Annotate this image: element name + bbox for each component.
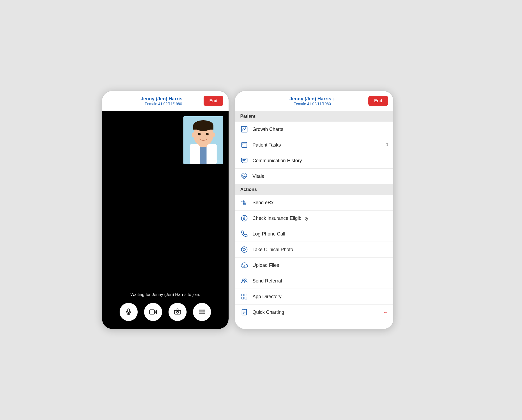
right-header: Jenny (Jen) Harris ↓ Female 41 02/11/198… [235,91,393,111]
svg-point-33 [241,247,247,252]
camera-icon [149,308,157,316]
growth-charts-item[interactable]: Growth Charts [235,122,393,137]
send-referral-label: Send Referral [252,278,388,284]
chat-icon [240,157,248,164]
svg-point-34 [243,248,246,251]
right-patient-info: Jenny (Jen) Harris ↓ Female 41 02/11/198… [256,96,368,106]
svg-point-15 [177,311,179,313]
phone-icon [240,230,248,237]
send-erx-item[interactable]: R x Send eRx [235,195,393,211]
camera-button[interactable] [144,303,162,321]
patient-section-header: Patient [235,111,393,122]
photo-icon [240,246,248,253]
controls-bar [102,303,229,321]
menu-panel: Patient Growth Charts [235,111,393,329]
actions-section-header: Actions [235,184,393,195]
log-phone-call-label: Log Phone Call [252,231,388,237]
svg-rect-6 [193,126,213,130]
upload-files-label: Upload Files [252,263,388,268]
vitals-label: Vitals [252,174,388,179]
patient-tasks-label: Patient Tasks [252,142,381,148]
referral-icon [240,277,248,284]
svg-rect-25 [241,158,247,162]
heart-icon [240,173,248,180]
menu-button[interactable] [193,303,211,321]
right-end-button[interactable]: End [368,96,388,106]
rx-icon: R x [240,199,248,206]
svg-point-10 [212,132,215,137]
svg-rect-39 [242,294,244,296]
left-patient-name: Jenny (Jen) Harris ↓ [141,96,186,102]
send-referral-item[interactable]: Send Referral [235,273,393,289]
patient-tasks-badge: 0 [386,143,388,147]
patient-tasks-item[interactable]: Patient Tasks 0 [235,137,393,153]
dollar-icon [240,215,248,222]
svg-rect-41 [242,297,244,299]
right-patient-name: Jenny (Jen) Harris ↓ [289,96,335,102]
svg-point-9 [192,132,195,137]
tasks-icon [240,142,248,148]
chart-icon [240,126,248,133]
svg-point-20 [245,127,246,128]
growth-charts-label: Growth Charts [252,127,388,132]
flip-camera-button[interactable] [169,303,187,321]
svg-point-36 [242,279,244,281]
left-header: Jenny (Jen) Harris ↓ Female 41 02/11/198… [102,91,229,111]
check-insurance-item[interactable]: Check Insurance Eligibility [235,211,393,226]
svg-text:x: x [244,201,246,206]
upload-files-item[interactable]: Upload Files [235,258,393,273]
doctor-avatar-image [183,116,223,164]
take-clinical-photo-label: Take Clinical Photo [252,247,388,252]
microphone-button[interactable] [120,303,138,321]
waiting-text: Waiting for Jenny (Jen) Harris to join. [130,292,200,297]
take-clinical-photo-item[interactable]: Take Clinical Photo [235,242,393,258]
communication-history-label: Communication History [252,158,388,164]
svg-point-7 [198,133,201,135]
app-directory-label: App Directory [252,294,388,299]
left-patient-details: Female 41 02/11/1980 [145,102,182,106]
apps-icon [240,293,248,300]
right-phone: Jenny (Jen) Harris ↓ Female 41 02/11/198… [234,91,394,329]
left-end-button[interactable]: End [204,96,223,106]
charting-icon [240,309,248,316]
right-patient-details: Female 41 02/11/1980 [294,102,331,106]
hamburger-menu-icon [198,308,206,316]
quick-charting-arrow: ← [383,309,388,315]
quick-charting-item[interactable]: Quick Charting ← [235,305,393,320]
svg-rect-42 [245,297,247,299]
communication-history-item[interactable]: Communication History [235,153,393,169]
svg-point-8 [206,133,209,135]
svg-rect-40 [245,294,247,296]
video-area: Waiting for Jenny (Jen) Harris to join. [102,111,229,329]
vitals-item[interactable]: Vitals [235,169,393,184]
svg-rect-11 [128,309,130,312]
doctor-thumbnail [183,116,223,164]
flip-camera-icon [174,308,181,316]
upload-icon [240,262,248,269]
svg-rect-14 [150,310,154,314]
check-insurance-label: Check Insurance Eligibility [252,216,388,221]
app-container: Jenny (Jen) Harris ↓ Female 41 02/11/198… [102,91,420,329]
send-erx-label: Send eRx [252,200,388,205]
log-phone-call-item[interactable]: Log Phone Call [235,226,393,242]
left-phone: Jenny (Jen) Harris ↓ Female 41 02/11/198… [102,91,229,329]
svg-point-37 [245,279,246,281]
svg-rect-2 [200,144,207,164]
app-directory-item[interactable]: App Directory [235,289,393,305]
quick-charting-label: Quick Charting [252,310,378,315]
left-patient-info: Jenny (Jen) Harris ↓ Female 41 02/11/198… [123,96,204,106]
mic-icon [125,308,132,316]
